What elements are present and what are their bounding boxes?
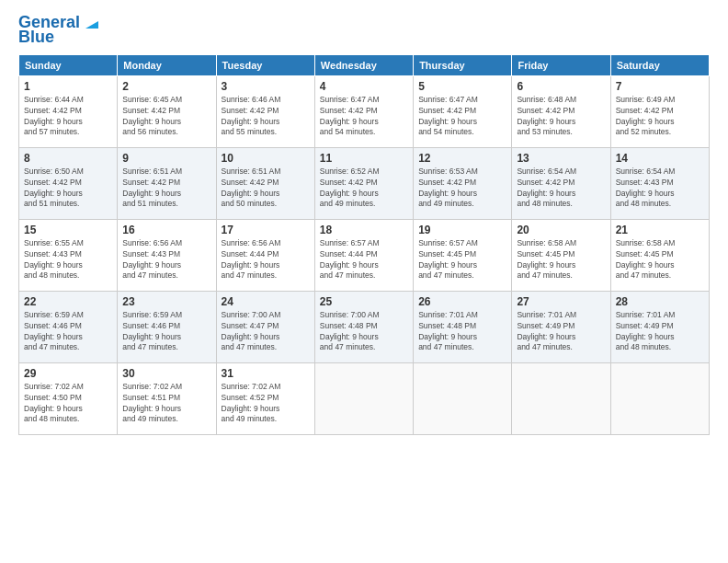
- logo-icon: [82, 12, 102, 32]
- calendar-day-cell: [314, 362, 413, 434]
- calendar-day-cell: 1 Sunrise: 6:44 AMSunset: 4:42 PMDayligh…: [19, 75, 118, 147]
- day-number: 6: [517, 80, 605, 93]
- day-info: Sunrise: 6:58 AMSunset: 4:45 PMDaylight:…: [517, 238, 605, 282]
- day-number: 13: [517, 152, 605, 165]
- day-number: 19: [418, 224, 506, 236]
- day-info: Sunrise: 6:59 AMSunset: 4:46 PMDaylight:…: [24, 310, 112, 354]
- day-number: 17: [222, 224, 310, 236]
- day-info: Sunrise: 7:01 AMSunset: 4:49 PMDaylight:…: [517, 310, 605, 354]
- day-info: Sunrise: 6:54 AMSunset: 4:43 PMDaylight:…: [616, 167, 704, 211]
- calendar-day-cell: 29 Sunrise: 7:02 AMSunset: 4:50 PMDaylig…: [19, 362, 118, 434]
- day-number: 11: [320, 152, 408, 165]
- day-info: Sunrise: 6:47 AMSunset: 4:42 PMDaylight:…: [418, 95, 506, 139]
- calendar-day-cell: 22 Sunrise: 6:59 AMSunset: 4:46 PMDaylig…: [19, 291, 118, 362]
- day-number: 23: [122, 295, 210, 308]
- day-number: 30: [122, 367, 210, 380]
- calendar-week-row: 15 Sunrise: 6:55 AMSunset: 4:43 PMDaylig…: [19, 219, 710, 291]
- calendar-day-cell: 9 Sunrise: 6:51 AMSunset: 4:42 PMDayligh…: [118, 147, 216, 219]
- day-info: Sunrise: 6:51 AMSunset: 4:42 PMDaylight:…: [222, 167, 310, 211]
- calendar-day-cell: 18 Sunrise: 6:57 AMSunset: 4:44 PMDaylig…: [314, 219, 413, 291]
- calendar-day-cell: 26 Sunrise: 7:01 AMSunset: 4:48 PMDaylig…: [414, 291, 512, 362]
- calendar-week-row: 1 Sunrise: 6:44 AMSunset: 4:42 PMDayligh…: [19, 75, 710, 147]
- calendar-day-cell: 31 Sunrise: 7:02 AMSunset: 4:52 PMDaylig…: [216, 362, 314, 434]
- day-info: Sunrise: 7:02 AMSunset: 4:50 PMDaylight:…: [24, 382, 112, 426]
- day-info: Sunrise: 7:01 AMSunset: 4:48 PMDaylight:…: [418, 310, 506, 354]
- day-info: Sunrise: 6:50 AMSunset: 4:42 PMDaylight:…: [24, 167, 112, 211]
- day-number: 22: [24, 295, 112, 308]
- day-info: Sunrise: 6:44 AMSunset: 4:42 PMDaylight:…: [24, 95, 112, 139]
- calendar-header-row: SundayMondayTuesdayWednesdayThursdayFrid…: [19, 54, 710, 75]
- day-info: Sunrise: 6:57 AMSunset: 4:45 PMDaylight:…: [418, 238, 506, 282]
- day-number: 18: [320, 224, 408, 236]
- calendar-day-cell: 15 Sunrise: 6:55 AMSunset: 4:43 PMDaylig…: [19, 219, 118, 291]
- day-number: 8: [24, 152, 112, 165]
- day-info: Sunrise: 6:51 AMSunset: 4:42 PMDaylight:…: [122, 167, 210, 211]
- day-number: 24: [222, 295, 310, 308]
- calendar-day-cell: 27 Sunrise: 7:01 AMSunset: 4:49 PMDaylig…: [512, 291, 610, 362]
- day-info: Sunrise: 6:45 AMSunset: 4:42 PMDaylight:…: [122, 95, 210, 139]
- day-number: 4: [320, 80, 408, 93]
- day-info: Sunrise: 6:47 AMSunset: 4:42 PMDaylight:…: [320, 95, 408, 139]
- calendar-day-cell: 13 Sunrise: 6:54 AMSunset: 4:42 PMDaylig…: [512, 147, 610, 219]
- calendar-day-cell: 2 Sunrise: 6:45 AMSunset: 4:42 PMDayligh…: [118, 75, 216, 147]
- day-info: Sunrise: 6:57 AMSunset: 4:44 PMDaylight:…: [320, 238, 408, 282]
- calendar-day-cell: 19 Sunrise: 6:57 AMSunset: 4:45 PMDaylig…: [414, 219, 512, 291]
- calendar-day-cell: 12 Sunrise: 6:53 AMSunset: 4:42 PMDaylig…: [414, 147, 512, 219]
- day-info: Sunrise: 7:02 AMSunset: 4:52 PMDaylight:…: [222, 382, 310, 426]
- calendar-day-cell: 14 Sunrise: 6:54 AMSunset: 4:43 PMDaylig…: [610, 147, 709, 219]
- day-number: 3: [222, 80, 310, 93]
- calendar-header-cell: Monday: [118, 54, 216, 75]
- calendar-day-cell: 3 Sunrise: 6:46 AMSunset: 4:42 PMDayligh…: [216, 75, 314, 147]
- day-info: Sunrise: 6:59 AMSunset: 4:46 PMDaylight:…: [122, 310, 210, 354]
- calendar-week-row: 29 Sunrise: 7:02 AMSunset: 4:50 PMDaylig…: [19, 362, 710, 434]
- calendar-header-cell: Saturday: [610, 54, 709, 75]
- calendar-table: SundayMondayTuesdayWednesdayThursdayFrid…: [18, 54, 710, 435]
- calendar-day-cell: 10 Sunrise: 6:51 AMSunset: 4:42 PMDaylig…: [216, 147, 314, 219]
- calendar-day-cell: 24 Sunrise: 7:00 AMSunset: 4:47 PMDaylig…: [216, 291, 314, 362]
- day-number: 25: [320, 295, 408, 308]
- logo: General Blue: [18, 14, 102, 47]
- day-number: 1: [24, 80, 112, 93]
- day-info: Sunrise: 6:56 AMSunset: 4:43 PMDaylight:…: [122, 238, 210, 282]
- day-number: 9: [122, 152, 210, 165]
- calendar-day-cell: 21 Sunrise: 6:58 AMSunset: 4:45 PMDaylig…: [610, 219, 709, 291]
- day-info: Sunrise: 6:53 AMSunset: 4:42 PMDaylight:…: [418, 167, 506, 211]
- calendar-day-cell: 17 Sunrise: 6:56 AMSunset: 4:44 PMDaylig…: [216, 219, 314, 291]
- day-number: 29: [24, 367, 112, 380]
- calendar-week-row: 22 Sunrise: 6:59 AMSunset: 4:46 PMDaylig…: [19, 291, 710, 362]
- day-info: Sunrise: 7:01 AMSunset: 4:49 PMDaylight:…: [616, 310, 704, 354]
- day-number: 20: [517, 224, 605, 236]
- day-number: 14: [616, 152, 704, 165]
- calendar-day-cell: 5 Sunrise: 6:47 AMSunset: 4:42 PMDayligh…: [414, 75, 512, 147]
- day-info: Sunrise: 6:54 AMSunset: 4:42 PMDaylight:…: [517, 167, 605, 211]
- day-info: Sunrise: 6:48 AMSunset: 4:42 PMDaylight:…: [517, 95, 605, 139]
- calendar-day-cell: [512, 362, 610, 434]
- calendar-header-cell: Wednesday: [314, 54, 413, 75]
- calendar-day-cell: 20 Sunrise: 6:58 AMSunset: 4:45 PMDaylig…: [512, 219, 610, 291]
- calendar-week-row: 8 Sunrise: 6:50 AMSunset: 4:42 PMDayligh…: [19, 147, 710, 219]
- day-number: 27: [517, 295, 605, 308]
- day-number: 15: [24, 224, 112, 236]
- page: General Blue SundayMondayTuesdayWednesda…: [0, 0, 728, 563]
- calendar-day-cell: 6 Sunrise: 6:48 AMSunset: 4:42 PMDayligh…: [512, 75, 610, 147]
- header: General Blue: [18, 14, 710, 47]
- day-number: 2: [122, 80, 210, 93]
- day-info: Sunrise: 6:52 AMSunset: 4:42 PMDaylight:…: [320, 167, 408, 211]
- calendar-day-cell: 11 Sunrise: 6:52 AMSunset: 4:42 PMDaylig…: [314, 147, 413, 219]
- calendar-day-cell: [414, 362, 512, 434]
- logo-text-blue: Blue: [18, 29, 54, 47]
- day-number: 7: [616, 80, 704, 93]
- day-info: Sunrise: 6:56 AMSunset: 4:44 PMDaylight:…: [222, 238, 310, 282]
- calendar-header-cell: Sunday: [19, 54, 118, 75]
- calendar-header-cell: Tuesday: [216, 54, 314, 75]
- calendar-day-cell: 30 Sunrise: 7:02 AMSunset: 4:51 PMDaylig…: [118, 362, 216, 434]
- day-number: 28: [616, 295, 704, 308]
- day-number: 10: [222, 152, 310, 165]
- calendar-day-cell: 8 Sunrise: 6:50 AMSunset: 4:42 PMDayligh…: [19, 147, 118, 219]
- day-info: Sunrise: 6:46 AMSunset: 4:42 PMDaylight:…: [222, 95, 310, 139]
- day-number: 16: [122, 224, 210, 236]
- svg-marker-0: [85, 21, 98, 29]
- calendar-day-cell: [610, 362, 709, 434]
- day-number: 5: [418, 80, 506, 93]
- day-number: 21: [616, 224, 704, 236]
